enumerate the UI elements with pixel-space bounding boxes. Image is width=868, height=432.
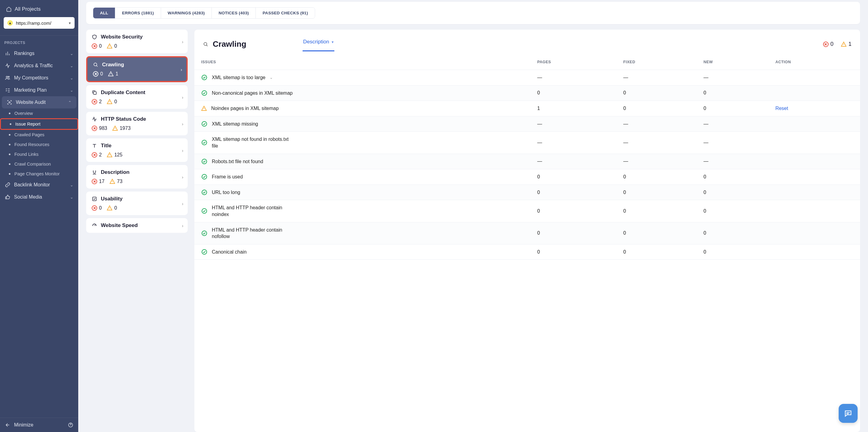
error-count: 2 — [92, 152, 102, 158]
table-row[interactable]: Canonical chain 0 0 0 — [194, 244, 860, 260]
search-icon — [93, 62, 98, 68]
filter-tab-warnings[interactable]: WARNINGS (4283) — [161, 8, 212, 18]
table-row[interactable]: Frame is used 0 0 0 — [194, 169, 860, 185]
check-circle-icon — [201, 189, 208, 196]
issue-category-title[interactable]: Title 2 125 › — [86, 138, 188, 162]
filter-tab-errors[interactable]: ERRORS (1881) — [115, 8, 161, 18]
warning-count: 73 — [110, 178, 123, 184]
link-icon — [5, 182, 10, 188]
sidebar-item-label: Social Media — [14, 194, 42, 200]
table-row[interactable]: HTML and HTTP header contain noindex 0 0… — [194, 200, 860, 222]
cell-new: 0 — [697, 222, 769, 244]
cell-action — [769, 185, 860, 200]
warning-count: 1 — [108, 71, 118, 77]
cell-new: 0 — [697, 244, 769, 260]
reset-link[interactable]: Reset — [775, 106, 788, 111]
check-circle-icon — [201, 173, 208, 180]
table-row[interactable]: XML sitemap is too large ⌄ — — — — [194, 70, 860, 86]
project-favicon: ▲ — [7, 20, 13, 26]
panel-warning-count: 1 — [841, 41, 851, 47]
sidebar-subitem-crawl-comparison[interactable]: Crawl Comparison — [0, 159, 78, 169]
issue-category-website-speed[interactable]: Website Speed› — [86, 218, 188, 233]
table-row[interactable]: Robots.txt file not found — — — — [194, 154, 860, 169]
sidebar-subitem-page-changes-monitor[interactable]: Page Changes Monitor — [0, 169, 78, 179]
table-row[interactable]: XML sitemap not found in robots.txt file… — [194, 132, 860, 154]
sidebar-item-my-competitors[interactable]: My Competitors⌄ — [0, 72, 78, 84]
chevron-right-icon: › — [182, 201, 183, 206]
sidebar-subitem-crawled-pages[interactable]: Crawled Pages — [0, 130, 78, 140]
issue-name: Noindex pages in XML sitemap — [211, 105, 279, 112]
issue-name: HTML and HTTP header contain noindex — [212, 204, 294, 218]
cell-new: — — [697, 132, 769, 154]
issue-category-name: Title — [101, 143, 112, 149]
filter-tab-passed[interactable]: PASSED CHECKS (91) — [256, 8, 314, 18]
issue-category-usability[interactable]: Usability 0 0 › — [86, 192, 188, 215]
thumbs-up-icon — [5, 194, 10, 200]
sidebar-item-backlink-monitor[interactable]: Backlink Monitor⌄ — [0, 179, 78, 191]
table-row[interactable]: Non-canonical pages in XML sitemap 0 0 0 — [194, 85, 860, 101]
help-icon[interactable] — [68, 422, 73, 428]
table-row[interactable]: URL too long 0 0 0 — [194, 185, 860, 200]
warning-count: 0 — [107, 99, 117, 104]
sidebar-subitem-overview[interactable]: Overview — [0, 108, 78, 118]
cell-action — [769, 222, 860, 244]
cell-pages: — — [531, 154, 617, 169]
error-count: 0 — [92, 43, 102, 49]
sidebar-subitem-found-links[interactable]: Found Links — [0, 149, 78, 159]
warning-icon — [201, 105, 207, 111]
cell-action — [769, 116, 860, 132]
issue-category-http-status-code[interactable]: HTTP Status Code 983 1973 › — [86, 112, 188, 135]
cell-new: 0 — [697, 185, 769, 200]
filter-tab-notices[interactable]: NOTICES (403) — [212, 8, 256, 18]
issue-category-description[interactable]: Description 17 73 › — [86, 165, 188, 189]
chevron-right-icon: › — [182, 223, 183, 228]
svg-point-4 — [94, 63, 97, 66]
table-row[interactable]: HTML and HTTP header contain nofollow 0 … — [194, 222, 860, 244]
all-projects-link[interactable]: All Projects — [4, 4, 74, 14]
minimize-button[interactable]: Minimize — [0, 418, 78, 432]
panel-error-count: 0 — [823, 41, 834, 47]
filter-tab-all[interactable]: ALL — [93, 8, 115, 18]
table-row[interactable]: Noindex pages in XML sitemap 1 0 0 Reset — [194, 101, 860, 117]
issue-category-name: Description — [101, 169, 130, 175]
cell-pages: 0 — [531, 85, 617, 101]
sidebar-item-marketing-plan[interactable]: Marketing Plan⌄ — [0, 84, 78, 96]
sidebar-item-rankings[interactable]: Rankings⌄ — [0, 47, 78, 60]
sidebar-subitem-found-resources[interactable]: Found Resources — [0, 140, 78, 149]
warning-icon — [107, 43, 113, 49]
issue-category-website-security[interactable]: Website Security 0 0 › — [86, 30, 188, 53]
cell-action — [769, 154, 860, 169]
issues-table: ISSUESPAGESFIXEDNEWACTION XML sitemap is… — [194, 55, 860, 260]
checkbox-icon — [92, 196, 97, 202]
issue-name: XML sitemap not found in robots.txt file — [212, 136, 294, 149]
sidebar-item-social-media[interactable]: Social Media⌄ — [0, 191, 78, 203]
warning-count: 125 — [107, 152, 123, 158]
cell-action — [769, 85, 860, 101]
cell-pages: — — [531, 132, 617, 154]
table-row[interactable]: XML sitemap missing — — — — [194, 116, 860, 132]
project-selector[interactable]: ▲ https://ramp.com/ ▾ — [4, 17, 74, 29]
chevron-down-icon: ▾ — [332, 40, 334, 44]
chevron-down-icon[interactable]: ⌄ — [270, 75, 273, 80]
sidebar-subitem-issue-report[interactable]: Issue Report — [0, 118, 78, 130]
error-icon — [823, 41, 829, 47]
svg-rect-5 — [94, 92, 96, 94]
svg-rect-6 — [93, 197, 96, 201]
bar-chart-icon — [5, 51, 10, 56]
svg-point-2 — [9, 102, 10, 103]
error-count: 0 — [93, 71, 103, 77]
sidebar-item-website-audit[interactable]: Website Audit⌃ — [2, 96, 76, 108]
chevron-up-icon: ⌃ — [68, 100, 71, 105]
sidebar-item-analytics-traffic[interactable]: Analytics & Traffic⌄ — [0, 60, 78, 72]
issue-category-duplicate-content[interactable]: Duplicate Content 2 0 › — [86, 85, 188, 109]
speed-icon — [92, 223, 97, 228]
error-icon — [93, 71, 98, 77]
scan-icon — [7, 100, 12, 105]
tab-description[interactable]: Description ▾ — [303, 37, 334, 51]
issue-category-crawling[interactable]: Crawling 0 1 › — [86, 56, 188, 82]
cell-action — [769, 132, 860, 154]
panel-tab-label: Description — [303, 39, 329, 45]
cell-pages: 0 — [531, 185, 617, 200]
chat-fab[interactable] — [839, 404, 858, 423]
error-count: 2 — [92, 99, 102, 104]
